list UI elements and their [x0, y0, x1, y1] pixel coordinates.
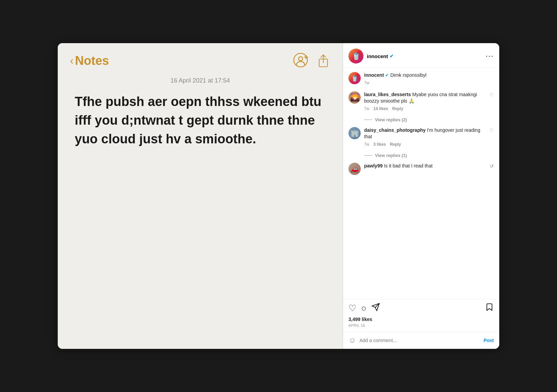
ig-verified-1: ✔ [385, 73, 389, 78]
innocent-avatar-logo: 🥤 [351, 74, 358, 82]
notes-date: 16 April 2021 at 17:54 [58, 77, 343, 84]
ig-username-text: innocent [367, 53, 388, 59]
ig-reply-button-3[interactable]: Reply [390, 142, 401, 147]
ig-comment-icon[interactable]: ○ [361, 303, 366, 314]
ig-replies-line-2 [364, 120, 372, 120]
innocent-logo: 🥤 [352, 52, 361, 60]
ig-comment-avatar-innocent: 🥤 [348, 72, 361, 84]
ig-emoji-button[interactable]: ☺ [348, 336, 356, 345]
ig-comment-user-daisy[interactable]: daisy_chains_photography [364, 127, 426, 133]
ig-comments-section[interactable]: 🥤 innocent ✔ Dirnk rsponssibyl 7w 🌄 [343, 68, 499, 299]
notes-back-button[interactable]: ‹ Notes [70, 54, 109, 68]
ig-comment-user-pawly[interactable]: pawly99 [364, 163, 382, 168]
svg-point-1 [299, 57, 303, 61]
ig-action-icons: ♡ ○ [348, 303, 494, 314]
ig-post-header: 🥤 innocent ✔ ··· [343, 43, 499, 68]
ig-actions-bar: ♡ ○ 3,499 likes APRIL 16 [343, 299, 499, 332]
ig-comment-user-innocent[interactable]: innocent [364, 72, 384, 78]
ig-likes-count: 3,499 likes [348, 317, 494, 322]
ig-comment-avatar-laura: 🌄 [348, 91, 361, 104]
ig-replies-line-3 [364, 155, 372, 156]
ig-comment-pawly: 🚗 pawly99 Is it bad that I read that ↺ [348, 163, 494, 175]
ig-post-button[interactable]: Post [484, 338, 494, 343]
ig-comment-text-laura: laura_likes_desserts Myabe yuou cna stra… [364, 91, 486, 105]
ig-heart-icon-3[interactable]: ♡ [489, 128, 494, 133]
ig-comment-likes-3: 3 likes [373, 142, 386, 147]
ig-main-username[interactable]: innocent ✔ [367, 53, 394, 59]
notes-content: Tfhe pubsh aer oepn thhss wkeened btu if… [58, 92, 343, 349]
ig-heart-icon-4[interactable]: ↺ [490, 163, 494, 169]
ig-comment-meta-1: 7w [364, 81, 494, 85]
ig-reply-button-2[interactable]: Reply [392, 106, 403, 111]
ig-like-icon[interactable]: ♡ [348, 303, 356, 314]
ig-comment-text-innocent: innocent ✔ Dirnk rsponssibyl [364, 72, 494, 79]
laura-avatar-img: 🌄 [350, 93, 359, 102]
ig-comment-text-daisy: daisy_chains_photography I'm hungover ju… [364, 127, 486, 140]
ig-comment-innocent: 🥤 innocent ✔ Dirnk rsponssibyl 7w [348, 72, 494, 85]
ig-comment-content-1: Dirnk rsponssibyl [390, 72, 427, 78]
ig-comment-likes-2: 14 likes [373, 106, 388, 111]
ig-comment-laura: 🌄 laura_likes_desserts Myabe yuou cna st… [348, 91, 494, 111]
instagram-panel: 🥤 innocent ✔ ··· 🥤 innocent ✔ [343, 43, 499, 349]
ig-add-comment-bar[interactable]: ☺ Post [343, 332, 499, 349]
verified-badge-icon: ✔ [390, 53, 394, 59]
ig-comment-meta-2: 7w 14 likes Reply [364, 106, 486, 111]
ig-comment-time-2: 7w [364, 106, 369, 111]
ig-comment-daisy: 🏢 daisy_chains_photography I'm hungover … [348, 127, 494, 147]
ig-header-left: 🥤 innocent ✔ [348, 49, 394, 64]
daisy-avatar-img: 🏢 [351, 129, 359, 137]
ig-comment-content-4: Is it bad that I read that [384, 163, 432, 168]
notes-label: Notes [75, 54, 109, 68]
ig-post-date: APRIL 16 [348, 323, 494, 327]
ig-comment-body-pawly: pawly99 Is it bad that I read that [364, 163, 486, 170]
svg-point-0 [294, 53, 307, 67]
ig-comment-input[interactable] [359, 338, 480, 343]
ig-comment-time-1: 7w [364, 81, 369, 85]
ig-main-avatar: 🥤 [348, 49, 363, 64]
notes-body-text: Tfhe pubsh aer oepn thhss wkeened btu if… [75, 92, 326, 148]
ig-more-button[interactable]: ··· [486, 52, 494, 60]
ig-view-replies-2[interactable]: View replies (2) [364, 117, 494, 122]
chevron-left-icon: ‹ [70, 55, 74, 66]
add-person-icon[interactable] [293, 53, 309, 69]
ig-share-icon[interactable] [371, 303, 380, 314]
notes-header-icons [293, 53, 330, 69]
ig-comment-meta-3: 7w 3 likes Reply [364, 142, 486, 147]
ig-view-replies-3[interactable]: View replies (1) [364, 153, 494, 158]
app-container: ‹ Notes 16 April 202 [58, 43, 499, 349]
notes-panel: ‹ Notes 16 April 202 [58, 43, 343, 349]
pawly-avatar-img: 🚗 [351, 165, 359, 173]
ig-comment-body-innocent: innocent ✔ Dirnk rsponssibyl 7w [364, 72, 494, 85]
ig-comment-time-3: 7w [364, 142, 369, 147]
ig-comment-avatar-daisy: 🏢 [348, 127, 361, 139]
ig-comment-body-laura: laura_likes_desserts Myabe yuou cna stra… [364, 91, 486, 111]
ig-heart-icon-2[interactable]: ♡ [489, 92, 494, 97]
notes-header: ‹ Notes [58, 43, 343, 74]
share-icon[interactable] [316, 54, 330, 68]
ig-comment-avatar-pawly: 🚗 [348, 163, 361, 175]
ig-view-replies-text-3: View replies (1) [375, 153, 407, 158]
ig-comment-user-laura[interactable]: laura_likes_desserts [364, 92, 411, 97]
ig-save-icon[interactable] [485, 303, 494, 314]
ig-comment-body-daisy: daisy_chains_photography I'm hungover ju… [364, 127, 486, 147]
ig-view-replies-text-2: View replies (2) [375, 117, 407, 122]
ig-comment-text-pawly: pawly99 Is it bad that I read that [364, 163, 486, 170]
